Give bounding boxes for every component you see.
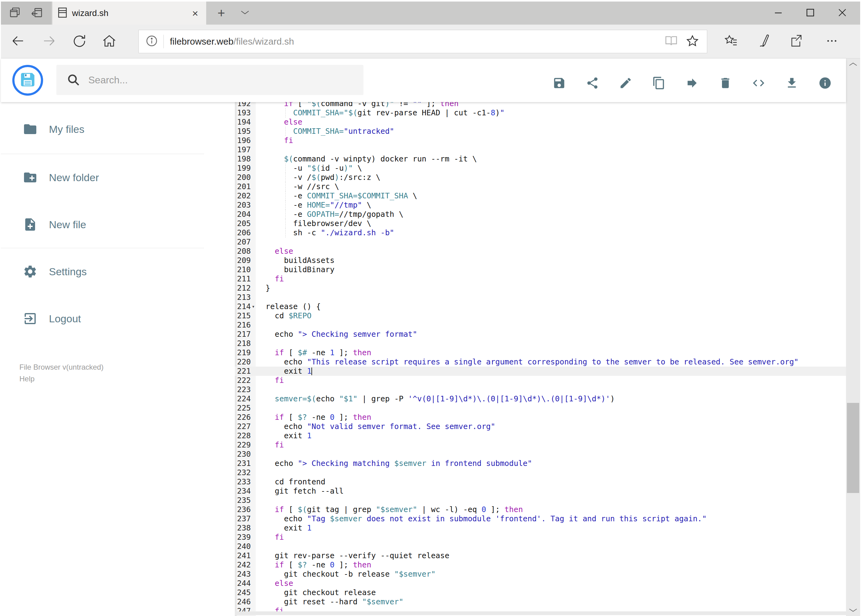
tab-close-icon[interactable]: ×	[189, 8, 201, 19]
favorite-star-icon[interactable]	[686, 35, 699, 49]
filebrowser-logo[interactable]	[12, 65, 43, 96]
forward-button[interactable]	[39, 32, 59, 51]
code-line[interactable]: 196 fi	[235, 136, 846, 145]
code-line[interactable]: 207	[235, 237, 846, 247]
info-button[interactable]	[818, 77, 832, 90]
code-line[interactable]: 239 fi	[235, 533, 846, 542]
download-button[interactable]	[785, 77, 799, 90]
code-line[interactable]: 195 COMMIT_SHA="untracked"	[235, 127, 846, 136]
raw-code-button[interactable]	[752, 77, 765, 90]
code-line[interactable]: 216	[235, 321, 846, 330]
code-line[interactable]: 245 git checkout release	[235, 588, 846, 597]
code-line[interactable]: 194 else	[235, 118, 846, 127]
code-line[interactable]: 233 cd frontend	[235, 477, 846, 487]
code-line[interactable]: 238 exit 1	[235, 523, 846, 533]
back-button[interactable]	[8, 32, 28, 51]
code-line[interactable]: 208 else	[235, 247, 846, 256]
code-line[interactable]: 229 fi	[235, 440, 846, 449]
code-line[interactable]: 192 if [ "$(command -v git)" != "" ]; th…	[235, 102, 846, 108]
scroll-down-icon[interactable]	[848, 607, 858, 614]
ink-notes-button[interactable]	[754, 32, 773, 51]
fold-marker-icon[interactable]: ▾	[251, 302, 256, 311]
sidebar-item-settings[interactable]: Settings	[1, 257, 216, 286]
code-line[interactable]: 243 git checkout -b release "$semver"	[235, 570, 846, 579]
tab-preview-button[interactable]	[7, 5, 23, 21]
code-line[interactable]: 244 else	[235, 579, 846, 588]
code-line[interactable]: 223	[235, 385, 846, 394]
code-line[interactable]: 218	[235, 339, 846, 348]
code-line[interactable]: 197	[235, 145, 846, 154]
search-input[interactable]	[88, 74, 347, 86]
share-button[interactable]	[586, 77, 599, 90]
save-button[interactable]	[552, 77, 566, 90]
url-text[interactable]: filebrowser.web/files/wizard.sh	[170, 36, 664, 47]
tab-list-dropdown[interactable]	[234, 2, 256, 25]
code-line[interactable]: 231 echo "> Checking matching $semver in…	[235, 459, 846, 468]
code-line[interactable]: 199 -u "$(id -u)" \	[235, 163, 846, 173]
maximize-button[interactable]	[794, 2, 826, 25]
browser-tab[interactable]: wizard.sh ×	[52, 2, 206, 25]
search-bar[interactable]	[56, 65, 364, 95]
code-line[interactable]: 242 if [ $? -ne 0 ]; then	[235, 560, 846, 570]
minimize-button[interactable]	[762, 2, 794, 25]
code-line[interactable]: 200 -v /$(pwd):/src:z \	[235, 173, 846, 182]
code-line[interactable]: 210 buildBinary	[235, 265, 846, 274]
code-line[interactable]: 202 -e COMMIT_SHA=$COMMIT_SHA \	[235, 191, 846, 201]
code-line[interactable]: 222 fi	[235, 376, 846, 385]
sidebar-item-my-files[interactable]: My files	[1, 115, 216, 144]
code-line[interactable]: 215 cd $REPO	[235, 311, 846, 321]
sidebar-item-new-file[interactable]: New file	[1, 210, 216, 239]
code-line[interactable]: 224 semver=$(echo "$1" | grep -P '^v(0|[…	[235, 394, 846, 404]
code-line[interactable]: 201 -w //src \	[235, 182, 846, 191]
hub-button[interactable]	[721, 32, 741, 51]
delete-button[interactable]	[719, 77, 732, 90]
rename-button[interactable]	[619, 77, 632, 90]
editor-horizontal-scrollbar[interactable]	[235, 611, 846, 615]
close-button[interactable]	[826, 2, 858, 25]
sidebar-item-new-folder[interactable]: New folder	[1, 163, 216, 192]
code-line[interactable]: 206 sh -c "./wizard.sh -b"	[235, 228, 846, 237]
code-line[interactable]: 217 echo "> Checking semver format"	[235, 330, 846, 339]
code-line[interactable]: 237 echo "Tag $semver does not exist in …	[235, 514, 846, 523]
code-line[interactable]: 227 echo "Not valid semver format. See s…	[235, 422, 846, 431]
help-link[interactable]: Help	[19, 375, 35, 383]
code-line[interactable]: 246 git reset --hard "$semver"	[235, 597, 846, 607]
scroll-up-icon[interactable]	[848, 61, 858, 68]
code-line[interactable]: 212}	[235, 284, 846, 293]
code-line[interactable]: 236 if [ $(git tag | grep "$semver" | wc…	[235, 505, 846, 514]
more-menu-button[interactable]	[822, 32, 842, 51]
code-line[interactable]: 209 buildAssets	[235, 256, 846, 265]
code-line[interactable]: 241 git rev-parse --verify --quiet relea…	[235, 551, 846, 560]
set-tabs-aside-button[interactable]	[29, 5, 45, 21]
code-line[interactable]: 198 $(command -v winpty) docker run --rm…	[235, 154, 846, 163]
code-line[interactable]: 240	[235, 542, 846, 551]
code-line[interactable]: 219 if [ $# -ne 1 ]; then	[235, 348, 846, 357]
sidebar-item-logout[interactable]: Logout	[1, 304, 216, 333]
home-button[interactable]	[99, 32, 119, 51]
code-line[interactable]: 228 exit 1	[235, 431, 846, 440]
address-bar[interactable]: filebrowser.web/files/wizard.sh	[139, 30, 707, 53]
code-line[interactable]: 232	[235, 468, 846, 477]
code-line[interactable]: 234 git fetch --all	[235, 487, 846, 496]
reading-view-icon[interactable]	[664, 35, 678, 48]
page-scrollbar[interactable]	[846, 58, 860, 616]
code-line[interactable]: 205 filebrowser/dev \	[235, 219, 846, 228]
code-line[interactable]: 226 if [ $? -ne 0 ]; then	[235, 413, 846, 422]
refresh-button[interactable]	[69, 32, 89, 51]
code-line[interactable]: 230	[235, 449, 846, 459]
code-line[interactable]: 204 -e GOPATH=//tmp/gopath \	[235, 210, 846, 219]
new-tab-button[interactable]: +	[210, 2, 232, 25]
code-line[interactable]: 225	[235, 404, 846, 413]
site-info-icon[interactable]	[145, 35, 158, 48]
code-line[interactable]: 235	[235, 496, 846, 505]
scrollbar-thumb[interactable]	[847, 403, 859, 493]
code-line[interactable]: 211 fi	[235, 274, 846, 284]
code-line[interactable]: 203 -e HOME="//tmp" \	[235, 201, 846, 210]
code-line[interactable]: 193 COMMIT_SHA="$(git rev-parse HEAD | c…	[235, 108, 846, 118]
code-editor[interactable]: 192 if [ "$(command -v git)" != "" ]; th…	[235, 102, 846, 616]
share-page-button[interactable]	[786, 32, 806, 51]
code-line[interactable]: 213	[235, 293, 846, 302]
code-line[interactable]: 221 exit 1	[235, 366, 846, 376]
move-button[interactable]	[686, 77, 699, 90]
code-line[interactable]: 220 echo "This release script requires a…	[235, 357, 846, 366]
